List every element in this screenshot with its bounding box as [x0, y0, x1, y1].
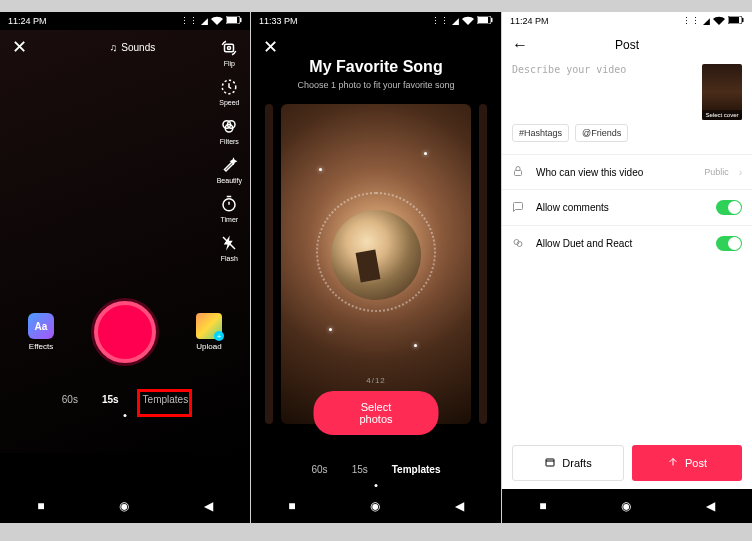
battery-icon — [728, 16, 744, 26]
beautify-icon — [219, 155, 239, 175]
tab-templates[interactable]: Templates — [390, 460, 443, 479]
chevron-right-icon: › — [739, 167, 742, 178]
template-title: My Favorite Song — [251, 58, 501, 76]
template-card-next[interactable] — [479, 104, 487, 424]
android-nav-bar: ■ ◉ ◀ — [502, 489, 752, 523]
nav-home-icon[interactable]: ◉ — [119, 499, 129, 513]
upload-button[interactable]: Upload — [196, 313, 222, 351]
duet-icon — [512, 237, 526, 251]
template-subtitle: Choose 1 photo to fit your favorite song — [251, 80, 501, 90]
close-icon[interactable]: ✕ — [12, 36, 27, 58]
page-title: Post — [615, 38, 639, 52]
sounds-button[interactable]: ♫ Sounds — [110, 42, 155, 53]
music-note-icon: ♫ — [110, 42, 118, 53]
post-icon — [667, 456, 679, 470]
signal-icon: ◢ — [452, 16, 459, 26]
drafts-button[interactable]: Drafts — [512, 445, 624, 481]
privacy-row[interactable]: Who can view this video Public › — [502, 154, 752, 189]
clock: 11:24 PM — [8, 16, 47, 26]
upload-icon — [196, 313, 222, 339]
close-icon[interactable]: ✕ — [263, 36, 278, 58]
svg-rect-20 — [546, 459, 554, 466]
tab-60s[interactable]: 60s — [310, 460, 330, 479]
timer-icon — [219, 194, 239, 214]
nav-back-icon[interactable]: ◀ — [204, 499, 213, 513]
volte-icon: ⋮⋮ — [682, 16, 700, 26]
svg-rect-17 — [515, 171, 522, 176]
speed-button[interactable]: Speed — [219, 77, 239, 106]
status-bar: 11:24 PM ⋮⋮ ◢ — [502, 12, 752, 30]
signal-icon: ◢ — [201, 16, 208, 26]
svg-rect-12 — [478, 17, 488, 23]
effects-icon: Aa — [28, 313, 54, 339]
svg-rect-3 — [225, 44, 234, 52]
flip-icon — [219, 38, 239, 58]
flip-button[interactable]: Flip — [219, 38, 239, 67]
android-nav-bar: ■ ◉ ◀ — [0, 489, 250, 523]
highlight-box — [137, 389, 192, 417]
hashtags-button[interactable]: #Hashtags — [512, 124, 569, 142]
select-photos-button[interactable]: Select photos — [314, 391, 439, 435]
svg-rect-15 — [729, 17, 739, 23]
svg-point-4 — [228, 47, 231, 50]
friends-button[interactable]: @Friends — [575, 124, 628, 142]
svg-rect-13 — [491, 18, 493, 22]
signal-icon: ◢ — [703, 16, 710, 26]
timer-button[interactable]: Timer — [219, 194, 239, 223]
speed-icon — [219, 77, 239, 97]
sounds-label: Sounds — [121, 42, 155, 53]
nav-home-icon[interactable]: ◉ — [370, 499, 380, 513]
effects-button[interactable]: AaEffects — [28, 313, 54, 351]
post-button[interactable]: Post — [632, 445, 742, 481]
camera-viewfinder: ✕ ♫ Sounds Flip Speed Filters Beautify T… — [0, 30, 250, 453]
svg-rect-1 — [227, 17, 237, 23]
comments-toggle[interactable] — [716, 200, 742, 215]
filters-icon — [219, 116, 239, 136]
lock-icon — [512, 165, 526, 179]
tab-indicator — [375, 484, 378, 487]
tab-indicator — [124, 414, 127, 417]
nav-home-icon[interactable]: ◉ — [621, 499, 631, 513]
wifi-icon — [713, 16, 725, 27]
filters-button[interactable]: Filters — [219, 116, 239, 145]
template-card-prev[interactable] — [265, 104, 273, 424]
battery-icon — [226, 16, 242, 26]
flash-icon — [219, 233, 239, 253]
comment-icon — [512, 201, 526, 215]
nav-recent-icon[interactable]: ■ — [288, 499, 295, 513]
nav-back-icon[interactable]: ◀ — [706, 499, 715, 513]
template-counter: 4/12 — [366, 376, 386, 385]
duet-row: Allow Duet and React — [502, 225, 752, 261]
beautify-button[interactable]: Beautify — [217, 155, 242, 184]
volte-icon: ⋮⋮ — [431, 16, 449, 26]
wifi-icon — [462, 16, 474, 27]
drafts-icon — [544, 456, 556, 470]
comments-row: Allow comments — [502, 189, 752, 225]
tab-60s[interactable]: 60s — [60, 390, 80, 409]
clock: 11:24 PM — [510, 16, 549, 26]
cover-label: Select cover — [702, 110, 742, 120]
volte-icon: ⋮⋮ — [180, 16, 198, 26]
wifi-icon — [211, 16, 223, 27]
description-input[interactable] — [512, 64, 694, 114]
tab-15s[interactable]: 15s — [350, 460, 370, 479]
tab-15s[interactable]: 15s — [100, 390, 121, 409]
flash-button[interactable]: Flash — [219, 233, 239, 262]
record-button[interactable] — [94, 301, 156, 363]
nav-recent-icon[interactable]: ■ — [37, 499, 44, 513]
back-icon[interactable]: ← — [512, 36, 528, 54]
status-bar: 11:24 PM ⋮⋮ ◢ — [0, 12, 250, 30]
duet-toggle[interactable] — [716, 236, 742, 251]
svg-rect-16 — [742, 18, 744, 22]
nav-back-icon[interactable]: ◀ — [455, 499, 464, 513]
album-art — [331, 210, 421, 300]
battery-icon — [477, 16, 493, 26]
android-nav-bar: ■ ◉ ◀ — [251, 489, 501, 523]
select-cover-button[interactable]: Select cover — [702, 64, 742, 120]
clock: 11:33 PM — [259, 16, 298, 26]
svg-rect-2 — [240, 18, 242, 22]
nav-recent-icon[interactable]: ■ — [539, 499, 546, 513]
status-bar: 11:33 PM ⋮⋮ ◢ — [251, 12, 501, 30]
